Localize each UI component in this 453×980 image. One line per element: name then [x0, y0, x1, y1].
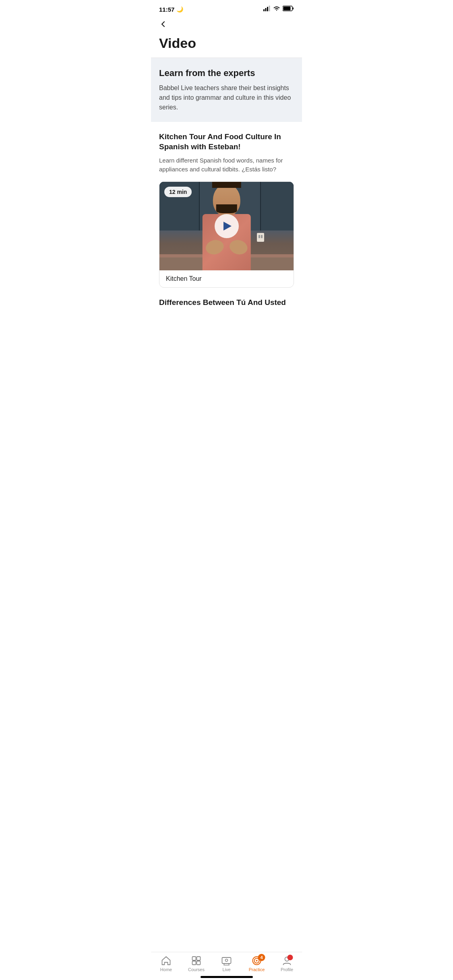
play-triangle-icon	[223, 222, 232, 231]
video-card[interactable]: 12 min Kitchen Tour	[159, 181, 294, 288]
next-section-title: Differences Between Tú And Usted	[159, 297, 294, 308]
duration-badge: 12 min	[164, 187, 192, 197]
svg-rect-5	[283, 7, 291, 10]
video-section-desc: Learn different Spanish food words, name…	[159, 156, 294, 174]
hero-title: Learn from the experts	[159, 68, 294, 79]
person-hair	[212, 182, 241, 188]
video-section-title: Kitchen Tour And Food Culture In Spanish…	[159, 132, 294, 152]
status-icons	[263, 6, 294, 13]
hero-section: Learn from the experts Babbel Live teach…	[151, 58, 302, 122]
battery-icon	[283, 6, 294, 13]
svg-rect-6	[293, 8, 294, 10]
play-button[interactable]	[215, 214, 239, 238]
status-bar: 11:57 🌙	[151, 0, 302, 16]
next-section-preview: Differences Between Tú And Usted	[151, 297, 302, 311]
wifi-icon	[273, 6, 280, 13]
page-title: Video	[151, 32, 302, 58]
main-content: Kitchen Tour And Food Culture In Spanish…	[151, 122, 302, 288]
video-thumbnail[interactable]: 12 min	[159, 182, 294, 270]
back-button[interactable]	[151, 16, 302, 32]
svg-rect-1	[265, 8, 267, 11]
video-card-label: Kitchen Tour	[159, 270, 294, 287]
hand-right	[228, 238, 249, 256]
signal-icon	[263, 6, 271, 13]
hand-left	[204, 238, 225, 256]
svg-rect-0	[263, 9, 265, 11]
svg-rect-3	[269, 6, 270, 11]
svg-rect-2	[267, 7, 268, 11]
person-beard	[216, 204, 237, 213]
moon-icon: 🌙	[176, 6, 183, 12]
hero-description: Babbel Live teachers share their best in…	[159, 83, 294, 112]
status-time: 11:57	[159, 6, 174, 13]
